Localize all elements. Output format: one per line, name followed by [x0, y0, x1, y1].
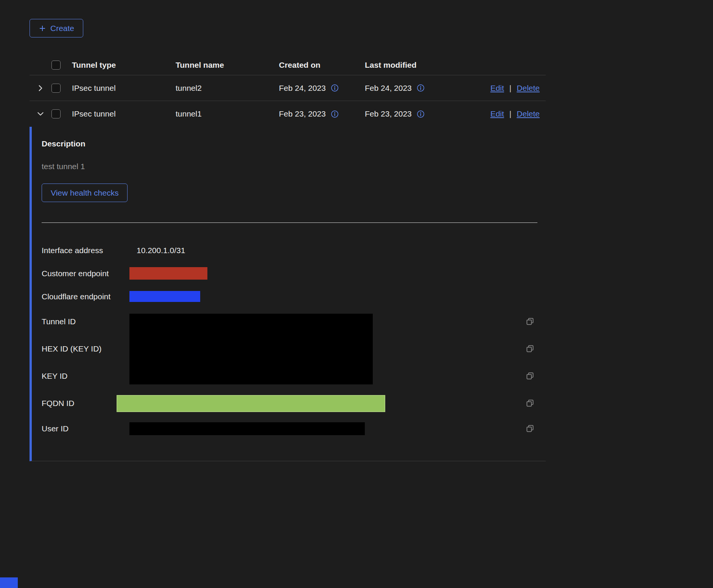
info-icon[interactable]: [417, 84, 425, 92]
info-icon[interactable]: [331, 84, 339, 92]
last-modified-value: Feb 23, 2023: [365, 109, 412, 118]
copy-icon[interactable]: [525, 344, 535, 354]
header-tunnel-type: Tunnel type: [72, 61, 176, 70]
description-label: Description: [42, 139, 546, 148]
table-row: IPsec tunnel tunnel2 Feb 24, 2023 Feb 24…: [30, 75, 546, 101]
id-fields-group: Tunnel ID HEX ID (KEY ID) KEY ID: [42, 308, 546, 390]
edit-link[interactable]: Edit: [490, 109, 504, 118]
customer-endpoint-redaction: [129, 267, 207, 280]
view-health-checks-label: View health checks: [51, 189, 118, 197]
fqdn-id-redaction: [117, 395, 385, 412]
customer-endpoint-row: Customer endpoint: [42, 262, 546, 285]
cloudflare-endpoint-redaction: [129, 291, 200, 302]
customer-endpoint-label: Customer endpoint: [42, 269, 129, 278]
copy-icon[interactable]: [525, 317, 535, 327]
actions-separator: |: [509, 84, 511, 93]
tunnel-detail-fields: Interface address 10.200.1.0/31 Customer…: [42, 239, 546, 440]
key-id-label: KEY ID: [42, 362, 129, 390]
tunnel-id-label: Tunnel ID: [42, 308, 129, 335]
header-select-all-checkbox[interactable]: [51, 61, 61, 70]
table-header-row: Tunnel type Tunnel name Created on Last …: [30, 55, 546, 75]
view-health-checks-button[interactable]: View health checks: [42, 184, 128, 202]
interface-address-value: 10.200.1.0/31: [137, 246, 185, 255]
interface-address-label: Interface address: [42, 246, 129, 255]
cloudflare-endpoint-label: Cloudflare endpoint: [42, 292, 129, 301]
row-checkbox[interactable]: [51, 109, 61, 118]
header-last-modified: Last modified: [365, 61, 485, 70]
fqdn-id-row: FQDN ID: [42, 390, 546, 417]
copy-icon[interactable]: [525, 371, 535, 381]
expanded-row-panel: Description test tunnel 1 View health ch…: [30, 127, 546, 461]
create-button-label: Create: [50, 24, 74, 32]
edit-link[interactable]: Edit: [490, 84, 504, 93]
table-row: IPsec tunnel tunnel1 Feb 23, 2023 Feb 23…: [30, 101, 546, 127]
row-checkbox[interactable]: [51, 84, 61, 93]
chevron-down-icon[interactable]: [35, 108, 46, 120]
hex-id-label: HEX ID (KEY ID): [42, 335, 129, 362]
delete-link[interactable]: Delete: [517, 84, 540, 93]
panel-divider: [42, 222, 537, 223]
created-on-value: Feb 23, 2023: [279, 109, 326, 118]
info-icon[interactable]: [417, 110, 425, 118]
partial-blue-element: [0, 577, 18, 588]
description-value: test tunnel 1: [42, 162, 546, 171]
delete-link[interactable]: Delete: [517, 109, 540, 118]
plus-icon: [39, 25, 46, 32]
tunnel-name-cell: tunnel1: [176, 109, 279, 118]
header-created-on: Created on: [279, 61, 365, 70]
interface-address-row: Interface address 10.200.1.0/31: [42, 239, 546, 262]
copy-icon[interactable]: [525, 398, 535, 408]
tunnels-table: Tunnel type Tunnel name Created on Last …: [30, 55, 546, 461]
tunnel-name-cell: tunnel2: [176, 84, 279, 93]
info-icon[interactable]: [331, 110, 339, 118]
created-on-value: Feb 24, 2023: [279, 84, 326, 93]
tunnel-type-cell: IPsec tunnel: [72, 109, 176, 118]
last-modified-value: Feb 24, 2023: [365, 84, 412, 93]
chevron-right-icon[interactable]: [35, 82, 46, 94]
tunnels-page: Create Tunnel type Tunnel name Created o…: [30, 19, 546, 461]
user-id-label: User ID: [42, 424, 129, 433]
actions-separator: |: [509, 109, 511, 118]
cloudflare-endpoint-row: Cloudflare endpoint: [42, 285, 546, 308]
tunnel-type-cell: IPsec tunnel: [72, 84, 176, 93]
id-fields-redaction: [129, 314, 373, 384]
user-id-row: User ID: [42, 417, 546, 440]
header-tunnel-name: Tunnel name: [176, 61, 279, 70]
copy-icon[interactable]: [525, 424, 535, 434]
create-button[interactable]: Create: [30, 19, 83, 37]
user-id-redaction: [129, 422, 365, 435]
